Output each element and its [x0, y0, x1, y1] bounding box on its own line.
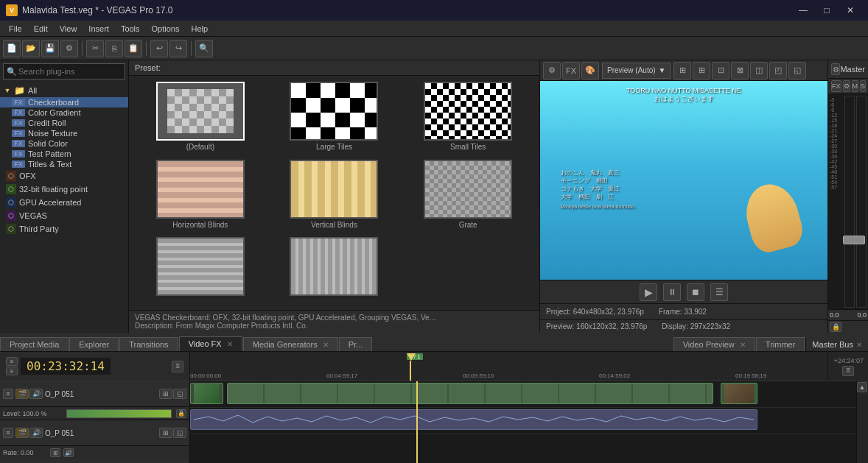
preview-color-button[interactable]: 🎨 — [581, 62, 599, 79]
preview-safe-button[interactable]: ◫ — [750, 62, 768, 79]
category-third-party[interactable]: ⬡ Third Party — [0, 222, 128, 236]
tab-project-media[interactable]: Project Media — [0, 337, 69, 351]
loop-button[interactable]: ☰ — [710, 283, 728, 301]
preview-fx-button[interactable]: FX — [562, 62, 580, 79]
mixer-fx-button[interactable]: FX — [831, 80, 841, 92]
track-expand-btn[interactable]: ≡ — [3, 389, 13, 399]
audio-track-vol-btn[interactable]: 🔊 — [29, 428, 43, 438]
video-clip-1[interactable] — [190, 383, 223, 404]
mixer-settings-icon[interactable]: ⚙ — [831, 63, 840, 75]
preset-grate[interactable]: Grate — [402, 160, 533, 235]
plugin-solid-color[interactable]: FX Solid Color — [0, 138, 128, 149]
category-gpu[interactable]: ⬡ GPU Accelerated — [0, 196, 128, 209]
plugin-checkerboard[interactable]: FX Checkerboard — [0, 97, 128, 107]
preview-snap-button[interactable]: ⊞ — [693, 62, 710, 79]
lock-button[interactable]: 🔒 — [830, 322, 841, 332]
menu-view[interactable]: View — [54, 23, 83, 35]
preset-extra1[interactable] — [135, 237, 266, 304]
menu-edit[interactable]: Edit — [28, 23, 54, 35]
mixer-solo-button[interactable]: S — [860, 80, 866, 92]
master-fader[interactable] — [843, 236, 865, 244]
plugin-noise-texture[interactable]: FX Noise Texture — [0, 128, 128, 138]
tab-explorer[interactable]: Explorer — [69, 337, 119, 351]
plugin-color-gradient[interactable]: FX Color Gradient — [0, 107, 128, 118]
category-32bit[interactable]: ⬡ 32-bit floating point — [0, 183, 128, 196]
plugin-test-pattern[interactable]: FX Test Pattern — [0, 149, 128, 159]
track-composite-btn[interactable]: 🎬 — [15, 389, 29, 399]
audio-fx-btn[interactable]: ◱ — [173, 428, 186, 438]
category-vegas[interactable]: ⬡ VEGAS — [0, 209, 128, 222]
menu-options[interactable]: Options — [146, 23, 186, 35]
cut-button[interactable]: ✂ — [86, 40, 104, 57]
undo-button[interactable]: ↩ — [150, 40, 168, 57]
track-ctrl-1[interactable]: ≡ — [6, 357, 18, 366]
copy-button[interactable]: ⎘ — [105, 40, 123, 57]
preset-small-tiles[interactable]: Small Tiles — [402, 82, 533, 157]
play-button[interactable]: ▶ — [640, 283, 657, 301]
new-button[interactable]: 📄 — [3, 40, 21, 57]
tab-close-icon[interactable]: ✕ — [227, 340, 233, 348]
preview-grid-button[interactable]: ⊞ — [673, 62, 691, 79]
search-input[interactable] — [3, 63, 125, 79]
preset-extra2[interactable] — [269, 237, 400, 304]
minimize-button[interactable]: — — [791, 0, 815, 21]
level-lock-btn[interactable]: 🔒 — [176, 409, 186, 418]
menu-file[interactable]: File — [3, 23, 28, 35]
close-button[interactable]: ✕ — [839, 0, 862, 21]
level-slider[interactable] — [66, 409, 172, 418]
stop-button[interactable]: ⏹ — [687, 283, 704, 301]
tab-vp-close-icon[interactable]: ✕ — [740, 341, 746, 349]
tab-pr[interactable]: Pr... — [339, 337, 373, 351]
preview-settings-button[interactable]: ⚙ — [543, 62, 561, 79]
maximize-button[interactable]: □ — [815, 0, 839, 21]
tab-media-generators[interactable]: Media Generators ✕ — [243, 337, 338, 351]
video-clip-main[interactable] — [227, 383, 713, 404]
preview-crop-button[interactable]: ⊡ — [712, 62, 729, 79]
tab-transitions[interactable]: Transitions — [119, 337, 178, 351]
tab-mg-close-icon[interactable]: ✕ — [323, 341, 329, 349]
properties-button[interactable]: ⚙ — [60, 40, 78, 57]
scroll-up-btn[interactable]: ▲ — [857, 382, 867, 392]
preview-overlay-button[interactable]: ◰ — [769, 62, 787, 79]
track-audio-btn[interactable]: 🔊 — [29, 389, 43, 399]
preset-vertical-blinds[interactable]: Vertical Blinds — [269, 160, 400, 235]
mixer-mute-button[interactable]: M — [852, 80, 859, 92]
audio-move-btn[interactable]: ⊞ — [159, 428, 172, 438]
audio-track-composite-btn[interactable]: 🎬 — [15, 428, 29, 438]
tree-root-all[interactable]: ▼ 📁 All — [0, 84, 128, 97]
preview-zoom-button[interactable]: ⊠ — [731, 62, 749, 79]
redo-button[interactable]: ↪ — [169, 40, 187, 57]
track-fx-btn[interactable]: ◱ — [173, 389, 186, 399]
pause-button[interactable]: ⏸ — [663, 283, 681, 301]
preview-mode-dropdown[interactable]: Preview (Auto) ▼ — [602, 63, 671, 79]
preview-split-button[interactable]: ◱ — [788, 62, 806, 79]
preset-large-tiles[interactable]: Large Tiles — [269, 82, 400, 157]
rate-lock-btn[interactable]: ⊞ — [50, 448, 60, 457]
menu-tools[interactable]: Tools — [115, 23, 146, 35]
timeline-scroll-button[interactable]: ⧖ — [842, 366, 854, 376]
audio-track-expand-btn[interactable]: ≡ — [3, 428, 13, 438]
tab-video-fx[interactable]: Video FX ✕ — [179, 336, 242, 351]
preset-default[interactable]: (Default) — [135, 82, 266, 157]
mixer-eq-button[interactable]: ⚙ — [843, 80, 850, 92]
master-bus-close-icon[interactable]: ✕ — [856, 341, 862, 349]
master-bus-tab[interactable]: Master Bus ✕ — [805, 338, 868, 351]
plugin-titles-text[interactable]: FX Titles & Text — [0, 159, 128, 169]
tab-video-preview[interactable]: Video Preview ✕ — [673, 337, 755, 351]
plugin-credit-roll[interactable]: FX Credit Roll — [0, 118, 128, 128]
timeline-marker-button[interactable]: ⧖ — [172, 361, 183, 372]
paste-button[interactable]: 📋 — [125, 40, 142, 57]
open-button[interactable]: 📂 — [22, 40, 40, 57]
menu-help[interactable]: Help — [185, 23, 214, 35]
video-clip-end[interactable] — [721, 383, 757, 404]
category-ofx[interactable]: ⬡ OFX — [0, 169, 128, 183]
track-move-btn[interactable]: ⊞ — [159, 389, 172, 399]
track-ctrl-2[interactable]: ≡ — [6, 367, 18, 375]
audio-clip-main[interactable] — [190, 409, 757, 430]
tab-trimmer[interactable]: Trimmer — [756, 337, 805, 351]
rate-mute-btn[interactable]: 🔊 — [63, 448, 74, 457]
preset-horizontal-blinds[interactable]: Horizontal Blinds — [135, 160, 266, 235]
save-button[interactable]: 💾 — [41, 40, 59, 57]
menu-insert[interactable]: Insert — [83, 23, 115, 35]
zoom-in-button[interactable]: 🔍 — [195, 40, 213, 57]
